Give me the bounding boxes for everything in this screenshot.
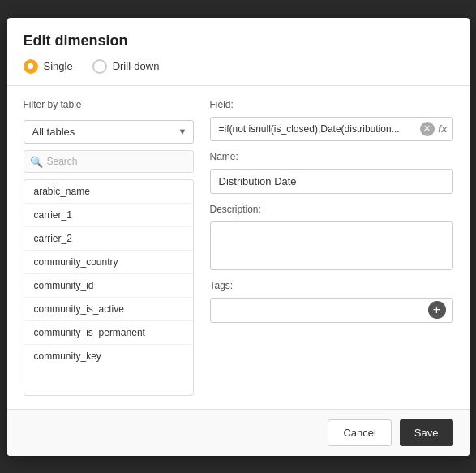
search-box: 🔍 [24, 150, 194, 173]
list-item[interactable]: community_is_active [24, 298, 193, 321]
save-button[interactable]: Save [400, 419, 453, 446]
field-row: Field: =if(not isnull(is_closed),Date(di… [210, 99, 453, 141]
modal-overlay: Edit dimension Single Drill-down Filter … [0, 0, 476, 473]
modal-title: Edit dimension [24, 32, 453, 49]
tags-input-wrapper: + [210, 298, 453, 323]
list-item[interactable]: carrier_1 [24, 204, 193, 227]
radio-group: Single Drill-down [24, 59, 453, 74]
field-fx-icon[interactable]: fx [438, 123, 448, 135]
name-label: Name: [210, 151, 453, 162]
search-input[interactable] [24, 150, 194, 173]
list-item[interactable]: community_key [24, 345, 193, 368]
name-input[interactable] [210, 169, 453, 194]
modal-footer: Cancel Save [7, 409, 470, 456]
radio-single[interactable]: Single [24, 59, 73, 74]
list-item[interactable]: community_id [24, 274, 193, 298]
field-input-wrapper: =if(not isnull(is_closed),Date(distribut… [210, 117, 453, 141]
list-item[interactable]: carrier_2 [24, 227, 193, 251]
radio-single-label: Single [44, 60, 73, 72]
description-label: Description: [210, 204, 453, 215]
tags-input[interactable] [217, 299, 428, 322]
modal-header: Edit dimension Single Drill-down [7, 18, 470, 86]
edit-dimension-modal: Edit dimension Single Drill-down Filter … [7, 18, 470, 456]
description-input[interactable] [210, 221, 453, 270]
radio-drilldown-circle[interactable] [92, 59, 107, 74]
name-row: Name: [210, 151, 453, 194]
filter-label: Filter by table [24, 99, 194, 110]
field-clear-icon[interactable]: ✕ [420, 122, 435, 136]
radio-drilldown-label: Drill-down [113, 60, 160, 72]
filter-select-wrapper: All tables ▼ [24, 120, 194, 144]
modal-body: Filter by table All tables ▼ 🔍 arabic_na… [7, 86, 470, 409]
tags-label: Tags: [210, 280, 453, 291]
field-value: =if(not isnull(is_closed),Date(distribut… [216, 118, 417, 140]
tags-row: Tags: + [210, 280, 453, 323]
cancel-button[interactable]: Cancel [328, 419, 391, 446]
filter-select[interactable]: All tables [24, 120, 194, 144]
right-panel: Field: =if(not isnull(is_closed),Date(di… [210, 99, 453, 396]
left-panel: Filter by table All tables ▼ 🔍 arabic_na… [24, 99, 194, 396]
list-item[interactable]: arabic_name [24, 180, 193, 204]
list-item[interactable]: community_country [24, 251, 193, 274]
field-label: Field: [210, 99, 453, 110]
radio-drilldown[interactable]: Drill-down [92, 59, 160, 74]
description-row: Description: [210, 204, 453, 270]
search-icon: 🔍 [30, 155, 43, 167]
radio-single-circle[interactable] [24, 59, 38, 74]
field-list: arabic_namecarrier_1carrier_2community_c… [24, 179, 194, 396]
list-item[interactable]: community_is_permanent [24, 321, 193, 345]
tags-add-button[interactable]: + [428, 301, 446, 319]
